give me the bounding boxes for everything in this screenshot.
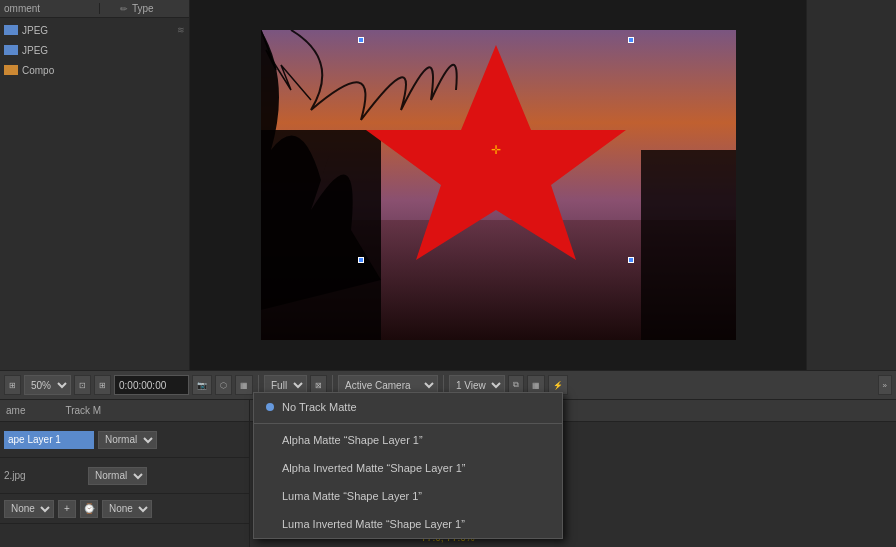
- trackmatte-header: Track M: [65, 405, 101, 416]
- name-header: ame: [6, 405, 25, 416]
- track-matte-dropdown: No Track Matte Alpha Matte “Shape Layer …: [253, 392, 563, 539]
- list-item[interactable]: JPEG ≋: [0, 20, 189, 40]
- stopwatch-btn[interactable]: ⌚: [80, 500, 98, 518]
- red-star-shape[interactable]: ✛: [361, 40, 631, 260]
- list-item[interactable]: Compo: [0, 60, 189, 80]
- mode-select-2[interactable]: Normal: [88, 467, 147, 485]
- color-btn[interactable]: ⬡: [215, 375, 232, 395]
- track-header: ame Track M: [0, 400, 249, 422]
- comp-mini-btn[interactable]: ⊞: [4, 375, 21, 395]
- menu-item-no-track-matte[interactable]: No Track Matte: [254, 393, 562, 421]
- comment-column: omment: [0, 3, 100, 14]
- pixel-btn[interactable]: ▦: [235, 375, 253, 395]
- svg-rect-3: [641, 150, 736, 340]
- timeline-btn[interactable]: »: [878, 375, 892, 395]
- type-icon: ✏: [120, 4, 128, 14]
- project-panel: omment ✏ Type JPEG ≋ JPEG Compo: [0, 0, 190, 370]
- center-crosshair: ✛: [491, 143, 501, 157]
- camera-btn[interactable]: 📷: [192, 375, 212, 395]
- comp-icon: [4, 65, 18, 75]
- active-indicator: [266, 403, 274, 411]
- transform-handle-bl[interactable]: [358, 257, 364, 263]
- fit-btn[interactable]: ⊡: [74, 375, 91, 395]
- none-select-2[interactable]: None: [102, 500, 152, 518]
- menu-item-luma-inverted-matte[interactable]: Luma Inverted Matte “Shape Layer 1”: [254, 510, 562, 538]
- menu-separator: [254, 423, 562, 424]
- track-panel: ame Track M Normal 2.jpg Normal None + ⌚: [0, 400, 250, 547]
- motion-icon: ≋: [177, 25, 185, 35]
- add-btn[interactable]: +: [58, 500, 76, 518]
- viewer-canvas[interactable]: ✛: [261, 30, 736, 340]
- menu-item-alpha-inverted-matte[interactable]: Alpha Inverted Matte “Shape Layer 1”: [254, 454, 562, 482]
- viewer-panel: ✛: [190, 0, 806, 370]
- bottom-controls-row: None + ⌚ None 77.0, 77.0%: [0, 494, 249, 524]
- grid-btn[interactable]: ⊞: [94, 375, 111, 395]
- right-panel: [806, 0, 896, 370]
- menu-item-luma-matte[interactable]: Luma Matte “Shape Layer 1”: [254, 482, 562, 510]
- track-row-2: 2.jpg Normal: [0, 458, 249, 494]
- jpeg-icon: [4, 45, 18, 55]
- list-item[interactable]: JPEG: [0, 40, 189, 60]
- jpeg-icon: [4, 25, 18, 35]
- transform-handle-tl[interactable]: [358, 37, 364, 43]
- file-list: JPEG ≋ JPEG Compo: [0, 18, 189, 80]
- transform-handle-br[interactable]: [628, 257, 634, 263]
- type-column: ✏ Type: [100, 3, 189, 14]
- track-name-input-1[interactable]: [4, 431, 94, 449]
- track-name-2: 2.jpg: [4, 470, 84, 481]
- none-select-1[interactable]: None: [4, 500, 54, 518]
- transform-handle-tr[interactable]: [628, 37, 634, 43]
- panel-column-headers: omment ✏ Type: [0, 0, 189, 18]
- menu-item-alpha-matte[interactable]: Alpha Matte “Shape Layer 1”: [254, 426, 562, 454]
- mode-select-1[interactable]: Normal: [98, 431, 157, 449]
- time-display[interactable]: 0:00:00:00: [114, 375, 189, 395]
- track-row-1: Normal: [0, 422, 249, 458]
- zoom-select[interactable]: 50%: [24, 375, 71, 395]
